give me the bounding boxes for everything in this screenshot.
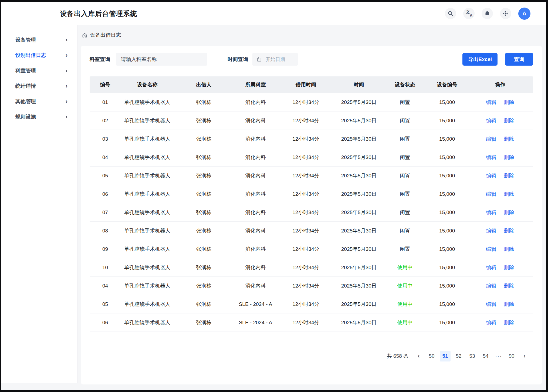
table-row: 03单孔腔镜手术机器人张润栋消化内科12小时34分2025年5月30日闲置15,…	[90, 130, 533, 148]
sidebar-item-3[interactable]: 统计详情›	[1, 78, 77, 94]
delete-link[interactable]: 删除	[504, 99, 514, 105]
cell-device-code: 15,000	[427, 246, 468, 252]
edit-link[interactable]: 编辑	[486, 154, 496, 160]
edit-link[interactable]: 编辑	[486, 283, 496, 289]
edit-link[interactable]: 编辑	[486, 99, 496, 105]
edit-link[interactable]: 编辑	[486, 209, 496, 215]
column-header-6: 设备状态	[383, 81, 427, 88]
delete-link[interactable]: 删除	[504, 320, 514, 325]
cell-lender: 张润栋	[174, 191, 234, 198]
table-row: 02单孔腔镜手术机器人张润栋消化内科12小时34分2025年5月30日闲置15,…	[90, 111, 533, 130]
cell-device-code: 15,000	[427, 301, 468, 307]
cell-id: 05	[90, 173, 121, 179]
column-header-1: 设备名称	[121, 81, 174, 88]
export-excel-button[interactable]: 导出Excel	[462, 53, 498, 66]
delete-link[interactable]: 删除	[504, 118, 514, 123]
dept-search-input[interactable]	[116, 53, 207, 66]
cell-status: 闲置	[383, 191, 427, 198]
page-number-52[interactable]: 52	[453, 351, 464, 361]
filter-buttons: 导出Excel 查询	[462, 53, 533, 66]
cell-id: 08	[90, 228, 121, 234]
delete-link[interactable]: 删除	[504, 265, 514, 270]
cell-lender: 张润栋	[174, 99, 234, 106]
cell-department: SLE - 2024 - A	[234, 301, 277, 307]
cell-device-name: 单孔腔镜手术机器人	[121, 209, 174, 216]
cell-duration: 12小时34分	[277, 99, 334, 106]
sidebar-item-label: 其他管理	[15, 98, 36, 105]
cell-department: 消化内科	[234, 99, 277, 106]
cell-department: 消化内科	[234, 246, 277, 253]
translate-button[interactable]: 文A	[463, 8, 475, 19]
table-row: 09单孔腔镜手术机器人张润栋消化内科12小时34分2025年5月30日闲置15,…	[90, 240, 533, 258]
edit-link[interactable]: 编辑	[486, 136, 496, 142]
edit-link[interactable]: 编辑	[486, 301, 496, 307]
cell-device-name: 单孔腔镜手术机器人	[121, 154, 174, 161]
sidebar-item-0[interactable]: 设备管理›	[1, 32, 77, 48]
sidebar-item-label: 统计详情	[15, 83, 36, 90]
delete-link[interactable]: 删除	[504, 209, 514, 215]
pagination-ellipsis: ···	[494, 353, 503, 359]
sidebar-item-5[interactable]: 规则设施›	[1, 109, 77, 124]
delete-link[interactable]: 删除	[504, 154, 514, 160]
edit-link[interactable]: 编辑	[486, 320, 496, 325]
cell-device-name: 单孔腔镜手术机器人	[121, 136, 174, 143]
edit-link[interactable]: 编辑	[486, 265, 496, 270]
cell-device-name: 单孔腔镜手术机器人	[121, 191, 174, 198]
cell-status: 闲置	[383, 99, 427, 106]
query-button[interactable]: 查询	[505, 53, 533, 66]
page-number-53[interactable]: 53	[467, 351, 478, 361]
table-row: 06单孔腔镜手术机器人张润栋SLE - 2024 - A12小时34分2025年…	[90, 313, 533, 332]
page-number-last[interactable]: 90	[506, 351, 517, 361]
delete-link[interactable]: 删除	[504, 228, 514, 234]
cell-lender: 张润栋	[174, 319, 234, 326]
sidebar-nav: 设备管理›设别出借日志›科室管理›统计详情›其他管理›规则设施›	[1, 25, 77, 383]
next-page-icon[interactable]: ›	[520, 351, 529, 361]
cell-id: 09	[90, 246, 121, 252]
cell-department: 消化内科	[234, 154, 277, 161]
cell-device-code: 15,000	[427, 154, 468, 160]
cell-department: 消化内科	[234, 264, 277, 271]
cell-actions: 编辑删除	[468, 282, 533, 289]
page-number-50[interactable]: 50	[426, 351, 437, 361]
delete-link[interactable]: 删除	[504, 283, 514, 289]
sidebar-item-4[interactable]: 其他管理›	[1, 94, 77, 109]
notification-icon	[484, 10, 491, 17]
chevron-right-icon: ›	[66, 99, 67, 104]
edit-link[interactable]: 编辑	[486, 191, 496, 197]
cell-date: 2025年5月30日	[334, 154, 383, 161]
edit-link[interactable]: 编辑	[486, 246, 496, 252]
cell-actions: 编辑删除	[468, 99, 533, 106]
cell-lender: 张润栋	[174, 227, 234, 234]
time-query-label: 时间查询	[228, 56, 248, 63]
page-number-51[interactable]: 51	[440, 351, 451, 361]
cell-actions: 编辑删除	[468, 209, 533, 216]
delete-link[interactable]: 删除	[504, 191, 514, 197]
cell-actions: 编辑删除	[468, 136, 533, 143]
cell-lender: 张润栋	[174, 154, 234, 161]
theme-button[interactable]	[500, 8, 511, 19]
edit-link[interactable]: 编辑	[486, 118, 496, 123]
user-avatar[interactable]: A	[518, 8, 530, 20]
delete-link[interactable]: 删除	[504, 136, 514, 142]
app-window: 设备出入库后台管理系统 文A	[1, 2, 546, 390]
search-button[interactable]	[445, 8, 456, 19]
start-date-picker[interactable]: 开始日期	[252, 53, 298, 66]
table-row: 05单孔腔镜手术机器人张润栋SLE - 2024 - A12小时34分2025年…	[90, 295, 533, 313]
cell-duration: 12小时34分	[277, 154, 334, 161]
cell-actions: 编辑删除	[468, 191, 533, 198]
table-header-row: 编号设备名称出借人所属科室借用时间时间设备状态设备编号操作	[90, 76, 533, 93]
delete-link[interactable]: 删除	[504, 246, 514, 252]
cell-actions: 编辑删除	[468, 117, 533, 124]
cell-date: 2025年5月30日	[334, 117, 383, 124]
cell-id: 10	[90, 265, 121, 271]
delete-link[interactable]: 删除	[504, 301, 514, 307]
cell-duration: 12小时34分	[277, 282, 334, 289]
edit-link[interactable]: 编辑	[486, 228, 496, 234]
sidebar-item-1[interactable]: 设别出借日志›	[1, 48, 77, 63]
notification-button[interactable]	[482, 8, 493, 19]
sidebar-item-2[interactable]: 科室管理›	[1, 63, 77, 78]
delete-link[interactable]: 删除	[504, 173, 514, 178]
edit-link[interactable]: 编辑	[486, 173, 496, 178]
prev-page-icon[interactable]: ‹	[414, 351, 424, 361]
page-number-54[interactable]: 54	[480, 351, 491, 361]
